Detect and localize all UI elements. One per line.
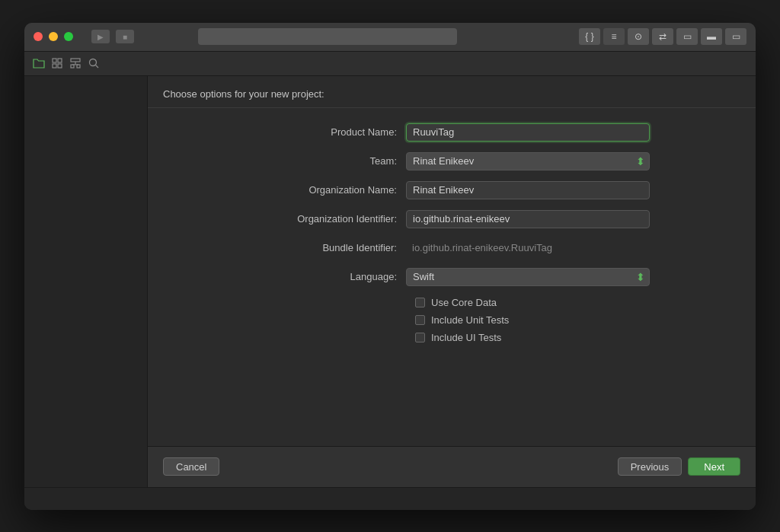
include-ui-tests-checkbox[interactable] (415, 333, 425, 342)
branch-icon-btn[interactable]: ⊙ (628, 28, 649, 45)
include-ui-tests-label: Include UI Tests (431, 332, 501, 343)
org-id-row: Organization Identifier: (254, 210, 650, 228)
left-panel-btn[interactable]: ▭ (676, 28, 698, 45)
title-bar: ▶ ■ { } ≡ ⊙ ⇄ ▭ ▬ ▭ (24, 23, 756, 52)
dialog-overlay: Choose options for your new project: Pro… (148, 76, 756, 487)
bundle-id-row: Bundle Identifier: io.github.rinat-enike… (254, 239, 650, 257)
list-view-btn[interactable]: ≡ (603, 28, 625, 45)
next-button[interactable]: Next (688, 457, 740, 476)
title-search-bar (198, 28, 457, 45)
previous-button[interactable]: Previous (618, 457, 682, 476)
bundle-id-label: Bundle Identifier: (254, 242, 406, 253)
include-unit-tests-row: Include Unit Tests (415, 314, 650, 326)
language-row: Language: Swift ⬍ (254, 268, 650, 286)
org-name-label: Organization Name: (254, 184, 406, 196)
scope-icon-btn[interactable]: { } (579, 28, 600, 45)
cancel-button[interactable]: Cancel (163, 457, 219, 476)
use-core-data-row: Use Core Data (415, 297, 650, 308)
svg-rect-4 (71, 59, 80, 62)
hierarchy-icon[interactable] (69, 56, 82, 70)
close-button[interactable] (34, 32, 43, 41)
folder-icon[interactable] (32, 56, 46, 70)
dialog-footer: Cancel Previous Next (148, 446, 756, 487)
svg-point-9 (90, 59, 97, 66)
dialog-body: Product Name: Team: Rinat Enikeev ⬍ (148, 108, 756, 446)
search-icon[interactable] (87, 56, 101, 70)
org-id-input[interactable] (406, 210, 650, 228)
bottom-bar (24, 487, 756, 510)
org-name-row: Organization Name: (254, 181, 650, 199)
use-core-data-checkbox[interactable] (415, 298, 425, 307)
dialog-title: Choose options for your new project: (163, 88, 740, 100)
org-name-input[interactable] (406, 181, 650, 199)
bottom-panel-btn[interactable]: ▬ (701, 28, 722, 45)
diff-icon-btn[interactable]: ⇄ (652, 28, 673, 45)
grid-icon[interactable] (50, 56, 64, 70)
main-content: ction Choose options for your new projec… (148, 76, 756, 487)
include-ui-tests-row: Include UI Tests (415, 332, 650, 343)
title-bar-right: { } ≡ ⊙ ⇄ ▭ ▬ ▭ (579, 28, 746, 45)
form-container: Product Name: Team: Rinat Enikeev ⬍ (231, 123, 673, 343)
team-label: Team: (254, 155, 406, 167)
language-select-wrapper: Swift ⬍ (406, 268, 650, 286)
svg-rect-1 (58, 59, 62, 62)
language-select[interactable]: Swift (406, 268, 650, 286)
svg-rect-3 (58, 64, 62, 68)
toolbar (24, 52, 756, 76)
minimize-button[interactable] (49, 32, 58, 41)
include-unit-tests-checkbox[interactable] (415, 315, 425, 325)
team-row: Team: Rinat Enikeev ⬍ (254, 152, 650, 170)
content-area: ction Choose options for your new projec… (24, 76, 756, 487)
org-id-label: Organization Identifier: (254, 213, 406, 225)
svg-rect-2 (53, 64, 56, 68)
language-label: Language: (254, 271, 406, 282)
maximize-button[interactable] (64, 32, 73, 41)
svg-line-10 (96, 65, 99, 68)
product-name-row: Product Name: (254, 123, 650, 142)
run-button[interactable]: ▶ (91, 30, 110, 43)
bundle-id-value: io.github.rinat-enikeev.RuuviTag (406, 242, 650, 253)
stop-button[interactable]: ■ (116, 30, 134, 43)
product-name-label: Product Name: (254, 126, 406, 138)
include-unit-tests-label: Include Unit Tests (431, 314, 509, 326)
right-panel-btn[interactable]: ▭ (725, 28, 746, 45)
checkboxes-area: Use Core Data Include Unit Tests Include… (254, 297, 650, 343)
sidebar (24, 76, 148, 487)
team-select-wrapper: Rinat Enikeev ⬍ (406, 152, 650, 170)
team-select[interactable]: Rinat Enikeev (406, 152, 650, 170)
svg-rect-0 (53, 59, 56, 62)
product-name-input[interactable] (406, 123, 650, 142)
use-core-data-label: Use Core Data (431, 297, 497, 308)
macos-window: ▶ ■ { } ≡ ⊙ ⇄ ▭ ▬ ▭ (24, 23, 756, 510)
dialog-title-bar: Choose options for your new project: (148, 76, 756, 108)
